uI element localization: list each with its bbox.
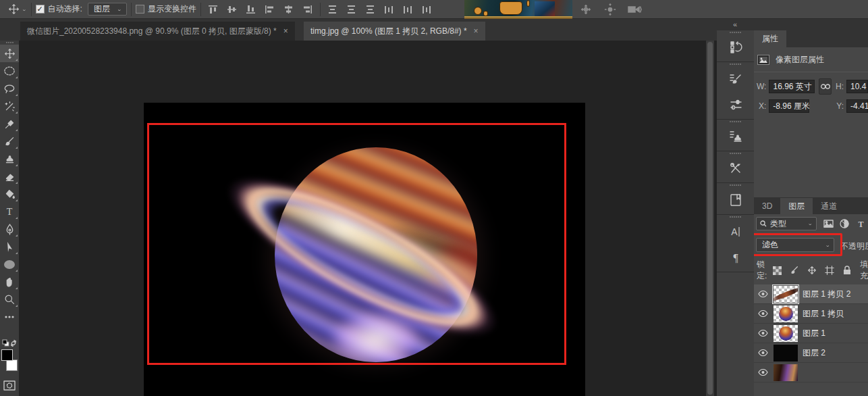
move-icon[interactable]	[5, 2, 22, 17]
visibility-eye-icon[interactable]	[757, 290, 769, 298]
clone-source-panel-button[interactable]	[717, 124, 754, 149]
path-select-tool[interactable]	[0, 238, 19, 255]
width-label: W:	[757, 82, 766, 91]
tool-presets-panel-button[interactable]	[717, 155, 754, 181]
lasso-tool[interactable]	[0, 80, 19, 97]
type-filter-icon[interactable]: T	[855, 218, 867, 230]
paint-bucket-tool[interactable]	[0, 185, 19, 203]
tab-3D[interactable]: 3D	[754, 197, 780, 214]
distribute-right-icon[interactable]	[419, 2, 435, 17]
close-icon[interactable]: ×	[474, 26, 479, 36]
layer-thumbnail[interactable]	[774, 325, 798, 342]
align-right-icon[interactable]	[300, 2, 316, 17]
character-panel-button[interactable]: A	[717, 219, 754, 245]
distribute-bottom-icon[interactable]	[362, 2, 379, 17]
layer-name[interactable]: 图层 2	[803, 347, 825, 359]
layer-name[interactable]: 图层 1 拷贝 2	[803, 289, 850, 300]
lock-paint-icon[interactable]	[788, 264, 801, 276]
elliptical-marquee-tool[interactable]	[0, 62, 19, 80]
align-top-icon[interactable]	[205, 2, 221, 17]
eraser-tool[interactable]	[0, 168, 19, 185]
height-field[interactable]: 10.4	[846, 80, 868, 93]
layer-row[interactable]: 图层 1 拷贝	[754, 304, 868, 324]
layer-filter-dropdown[interactable]: 类型 ⌄	[756, 217, 817, 230]
eyedropper-tool[interactable]	[0, 115, 19, 132]
swap-colors-icon[interactable]	[9, 339, 18, 347]
canvas-workspace[interactable]	[19, 41, 717, 396]
layer-row[interactable]	[754, 363, 868, 382]
overlapping-game-window	[464, 0, 572, 19]
quick-mask-button[interactable]	[0, 376, 19, 394]
visibility-eye-icon[interactable]	[757, 310, 769, 318]
link-icon[interactable]	[819, 78, 832, 95]
brush-settings-panel-button[interactable]	[717, 66, 754, 92]
close-icon[interactable]: ×	[283, 26, 288, 36]
visibility-eye-icon[interactable]	[757, 368, 769, 376]
background-color-swatch[interactable]	[6, 360, 18, 371]
layer-row[interactable]: 图层 1 拷贝 2	[754, 284, 868, 304]
distribute-horizontal-center-icon[interactable]	[400, 2, 416, 17]
y-field[interactable]: -4.41	[846, 99, 868, 113]
lock-move-icon[interactable]	[806, 264, 818, 276]
hand-tool[interactable]	[0, 273, 19, 291]
vertical-scrollbar[interactable]	[706, 41, 714, 396]
document-image[interactable]	[144, 103, 585, 396]
3d-camera-icon[interactable]	[626, 2, 643, 17]
ellipse-shape-tool[interactable]	[0, 255, 19, 273]
brushes-panel-button[interactable]	[717, 92, 754, 118]
collapse-panels-icon[interactable]: «	[733, 20, 736, 28]
3d-pan-icon[interactable]	[578, 2, 594, 17]
layer-thumbnail[interactable]	[774, 345, 798, 362]
zoom-tool[interactable]	[0, 291, 19, 308]
layer-name[interactable]: 图层 1 拷贝	[803, 308, 844, 320]
layer-row[interactable]: 图层 2	[754, 343, 868, 363]
lock-artboard-icon[interactable]	[823, 264, 836, 276]
history-panel-button[interactable]	[717, 34, 754, 60]
visibility-eye-icon[interactable]	[757, 349, 769, 357]
clone-stamp-tool[interactable]	[0, 150, 19, 168]
x-field[interactable]: -8.96 厘米	[769, 99, 809, 113]
auto-select-checkbox[interactable]: ✓	[36, 5, 45, 14]
width-field[interactable]: 16.96 英寸	[769, 80, 815, 93]
chevron-down-icon: ⌄	[825, 243, 830, 248]
layer-name[interactable]: 图层 1	[803, 328, 825, 339]
pixel-filter-icon[interactable]	[822, 218, 834, 230]
3d-orbit-icon[interactable]	[602, 2, 618, 17]
move-tool[interactable]	[0, 45, 19, 62]
align-left-icon[interactable]	[262, 2, 278, 17]
type-tool[interactable]: T	[0, 203, 19, 220]
layer-thumbnail[interactable]	[774, 305, 798, 322]
align-vertical-center-icon[interactable]	[224, 2, 240, 17]
brush-tool[interactable]	[0, 132, 19, 150]
distribute-left-icon[interactable]	[381, 2, 398, 17]
align-horizontal-center-icon[interactable]	[281, 2, 297, 17]
tab-通道[interactable]: 通道	[813, 198, 845, 215]
libraries-panel-button[interactable]	[717, 187, 754, 213]
tab-properties[interactable]: 属性	[754, 30, 786, 47]
more-tools[interactable]	[0, 326, 19, 338]
distribute-top-icon[interactable]	[325, 2, 341, 17]
paragraph-panel-button[interactable]: ¶	[717, 245, 754, 270]
pen-tool[interactable]	[0, 220, 19, 238]
tab-图层[interactable]: 图层	[780, 198, 813, 215]
default-colors-icon[interactable]	[2, 339, 9, 347]
lock-all-icon[interactable]	[841, 264, 853, 276]
layer-thumbnail[interactable]	[774, 364, 798, 381]
align-bottom-icon[interactable]	[243, 2, 259, 17]
distribute-vertical-center-icon[interactable]	[344, 2, 360, 17]
layer-row[interactable]: 图层 1	[754, 324, 868, 343]
more-options[interactable]	[0, 308, 19, 326]
document-tab[interactable]: 微信图片_20200528233948.png @ 90.9% (图层 0 拷贝…	[20, 22, 295, 41]
blend-mode-dropdown[interactable]: 滤色 ⌄	[756, 238, 834, 252]
lock-transparent-icon[interactable]	[771, 264, 783, 276]
foreground-color-swatch[interactable]	[1, 349, 13, 361]
document-tab[interactable]: timg.jpg @ 100% (图层 1 拷贝 2, RGB/8#) * ×	[304, 22, 485, 41]
adjustment-filter-icon[interactable]	[838, 218, 850, 230]
svg-text:A: A	[731, 226, 738, 237]
layer-thumbnail[interactable]	[774, 286, 798, 303]
show-transform-checkbox[interactable]	[136, 5, 144, 14]
visibility-eye-icon[interactable]	[757, 329, 769, 337]
tool-preset-chevron-icon[interactable]: ⌄	[22, 7, 27, 12]
target-layer-dropdown[interactable]: 图层 ⌄	[88, 3, 127, 16]
magic-wand-tool[interactable]	[0, 97, 19, 115]
